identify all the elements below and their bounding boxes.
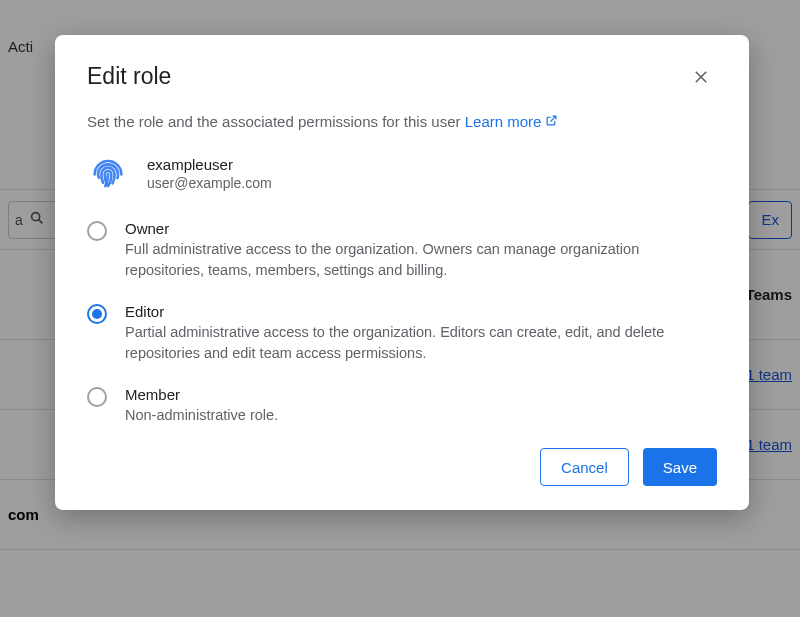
svg-line-4 bbox=[551, 116, 556, 121]
dialog-title: Edit role bbox=[87, 63, 171, 90]
role-option-member[interactable]: Member Non-administrative role. bbox=[87, 386, 717, 426]
edit-role-dialog: Edit role Set the role and the associate… bbox=[55, 35, 749, 510]
close-icon bbox=[692, 68, 710, 90]
user-row: exampleuser user@example.com bbox=[87, 152, 717, 194]
close-button[interactable] bbox=[685, 63, 717, 95]
save-button[interactable]: Save bbox=[643, 448, 717, 486]
fingerprint-icon bbox=[88, 151, 128, 195]
learn-more-link[interactable]: Learn more bbox=[465, 113, 559, 130]
role-name: Member bbox=[125, 386, 278, 403]
role-desc: Non-administrative role. bbox=[125, 405, 278, 426]
username: exampleuser bbox=[147, 156, 272, 173]
dialog-subtitle: Set the role and the associated permissi… bbox=[87, 113, 717, 130]
radio-owner[interactable] bbox=[87, 221, 107, 241]
role-list: Owner Full administrative access to the … bbox=[87, 220, 717, 426]
external-link-icon bbox=[545, 113, 558, 130]
radio-editor[interactable] bbox=[87, 304, 107, 324]
radio-member[interactable] bbox=[87, 387, 107, 407]
user-email: user@example.com bbox=[147, 175, 272, 191]
cancel-button[interactable]: Cancel bbox=[540, 448, 629, 486]
role-name: Editor bbox=[125, 303, 685, 320]
role-desc: Partial administrative access to the org… bbox=[125, 322, 685, 364]
avatar bbox=[87, 152, 129, 194]
role-option-owner[interactable]: Owner Full administrative access to the … bbox=[87, 220, 717, 281]
role-name: Owner bbox=[125, 220, 685, 237]
role-desc: Full administrative access to the organi… bbox=[125, 239, 685, 281]
role-option-editor[interactable]: Editor Partial administrative access to … bbox=[87, 303, 717, 364]
